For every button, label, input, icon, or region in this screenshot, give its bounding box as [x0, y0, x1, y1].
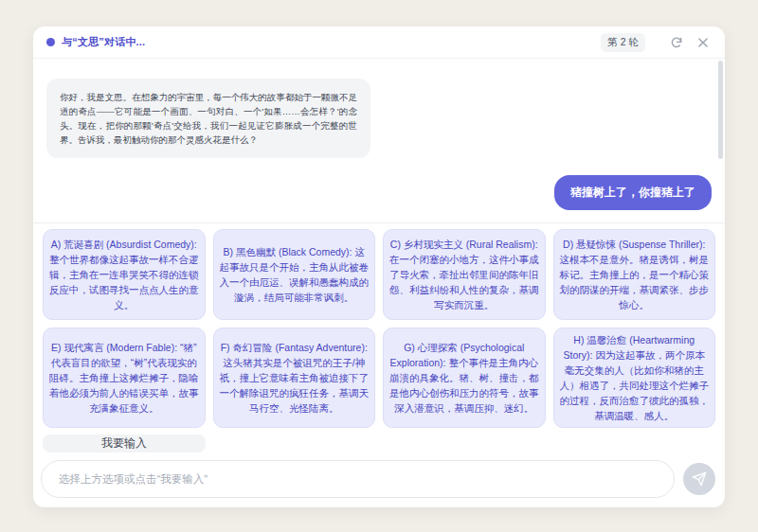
- refresh-button[interactable]: [668, 34, 685, 51]
- dialog-header: 与“文思”对话中... 第 2 轮: [33, 27, 725, 59]
- option-card-a[interactable]: A) 荒诞喜剧 (Absurdist Comedy): 整个世界都像这起事故一样…: [43, 229, 206, 320]
- assistant-message-bubble: 你好，我是文思。在想象力的宇宙里，每一个伟大的故事都始于一颗微不足道的奇点——它…: [46, 79, 370, 158]
- options-grid: A) 荒诞喜剧 (Absurdist Comedy): 整个世界都像这起事故一样…: [33, 222, 725, 428]
- page-background: 与“文思”对话中... 第 2 轮 你好，我是文思。在想象力的: [0, 0, 758, 532]
- option-card-f[interactable]: F) 奇幻冒险 (Fantasy Adventure): 这头猪其实是个被诅咒的…: [213, 328, 376, 428]
- round-badge: 第 2 轮: [601, 33, 645, 52]
- send-button[interactable]: [683, 463, 715, 495]
- dialog-title: 与“文思”对话中...: [62, 35, 145, 49]
- user-message-bubble: 猪撞树上了，你撞猪上了: [554, 175, 712, 210]
- option-card-d[interactable]: D) 悬疑惊悚 (Suspense Thriller): 这根本不是意外。猪是诱…: [553, 229, 716, 320]
- chat-transcript: 你好，我是文思。在想象力的宇宙里，每一个伟大的故事都始于一颗微不足道的奇点——它…: [33, 59, 725, 222]
- status-dot-icon: [46, 38, 55, 46]
- option-card-e[interactable]: E) 现代寓言 (Modern Fable): “猪”代表盲目的欲望，“树”代表…: [43, 328, 206, 428]
- chat-scrollbar-thumb[interactable]: [718, 61, 723, 159]
- close-button[interactable]: [695, 34, 712, 51]
- manual-input-button[interactable]: 我要输入: [43, 434, 206, 452]
- option-card-h[interactable]: H) 温馨治愈 (Heartwarming Story): 因为这起事故，两个原…: [553, 328, 716, 428]
- message-input[interactable]: [41, 460, 675, 498]
- send-icon: [692, 471, 707, 487]
- refresh-icon: [670, 36, 683, 49]
- dialog-card: 与“文思”对话中... 第 2 轮 你好，我是文思。在想象力的: [33, 27, 725, 507]
- option-card-b[interactable]: B) 黑色幽默 (Black Comedy): 这起事故只是个开始，主角从此被卷…: [213, 229, 376, 320]
- composer-bar: [33, 452, 725, 507]
- close-icon: [696, 36, 710, 49]
- option-card-g[interactable]: G) 心理探索 (Psychological Exploration): 整个事…: [383, 328, 546, 428]
- option-card-c[interactable]: C) 乡村现实主义 (Rural Realism): 在一个闭塞的小地方，这件小…: [383, 229, 546, 320]
